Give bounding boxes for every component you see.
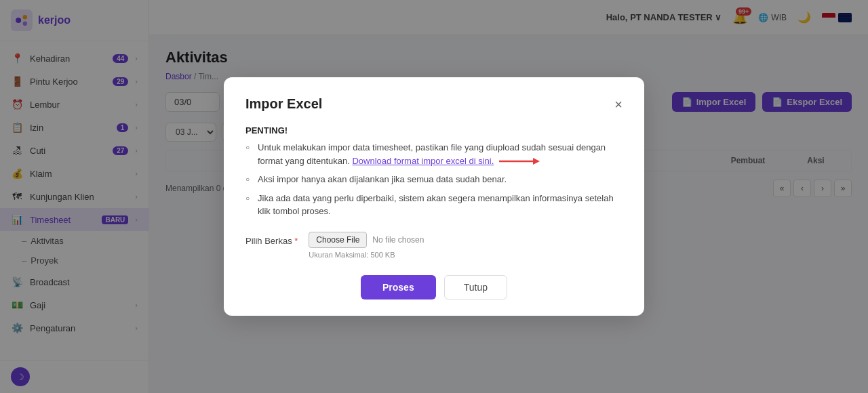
file-input-area: Choose File No file chosen Ukuran Maksim… (309, 232, 424, 259)
modal-body: PENTING! Untuk melakukan impor data time… (245, 125, 623, 259)
arrow-indicator (499, 154, 540, 168)
instructions-list: Untuk melakukan impor data timesheet, pa… (245, 141, 623, 218)
download-link[interactable]: Download format impor excel di sini. (352, 156, 494, 166)
modal-overlay: Impor Excel × PENTING! Untuk melakukan i… (0, 0, 868, 393)
instruction-text-3: Jika ada data yang perlu diperbaiki, sis… (258, 193, 614, 217)
modal-header: Impor Excel × (245, 96, 623, 112)
modal-close-button[interactable]: × (614, 98, 623, 111)
max-size-text: Ukuran Maksimal: 500 KB (309, 251, 424, 259)
svg-marker-5 (533, 158, 540, 165)
file-label: Pilih Berkas * (245, 232, 298, 246)
file-picker-row: Pilih Berkas * Choose File No file chose… (245, 232, 623, 259)
proses-button[interactable]: Proses (361, 275, 436, 299)
tutup-button[interactable]: Tutup (444, 275, 507, 299)
instruction-text-2: Aksi impor hanya akan dijalankan jika se… (258, 174, 507, 184)
file-input-row: Choose File No file chosen (309, 232, 424, 248)
modal-title: Impor Excel (245, 96, 322, 112)
modal-impor-excel: Impor Excel × PENTING! Untuk melakukan i… (224, 77, 644, 316)
choose-file-button[interactable]: Choose File (309, 232, 367, 248)
required-indicator: * (294, 236, 298, 246)
no-file-text: No file chosen (372, 235, 424, 245)
instruction-3: Jika ada data yang perlu diperbaiki, sis… (245, 192, 623, 218)
penting-label: PENTING! (245, 125, 623, 136)
instruction-2: Aksi impor hanya akan dijalankan jika se… (245, 173, 623, 186)
instruction-1: Untuk melakukan impor data timesheet, pa… (245, 141, 623, 167)
modal-footer: Proses Tutup (245, 275, 623, 299)
